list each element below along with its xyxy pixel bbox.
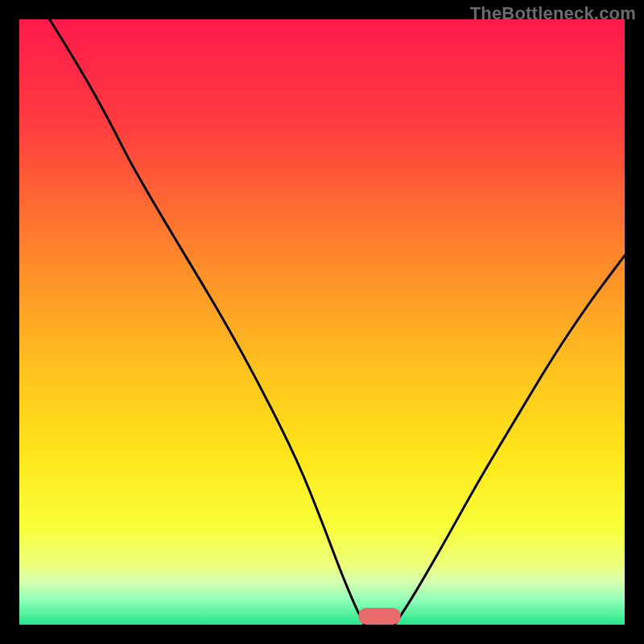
marker-group [358, 608, 401, 625]
gradient-background [19, 19, 625, 625]
chart-svg [19, 19, 625, 625]
chart-plot-area [19, 19, 625, 625]
bottom-pill [358, 608, 401, 625]
chart-frame: TheBottleneck.com [0, 0, 644, 644]
watermark-text: TheBottleneck.com [470, 3, 636, 24]
